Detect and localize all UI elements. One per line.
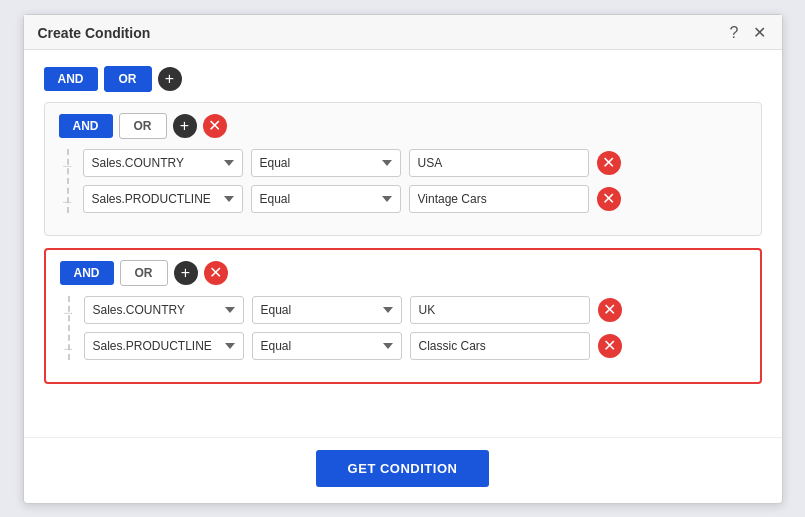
- group2-block: AND OR + ✕ Sales.COUNTRY Equal ✕: [44, 248, 762, 384]
- group1-row1-remove-button[interactable]: ✕: [597, 151, 621, 175]
- group2-row2-field-select[interactable]: Sales.PRODUCTLINE: [84, 332, 244, 360]
- group1-or-button[interactable]: OR: [119, 113, 167, 139]
- group2-remove-button[interactable]: ✕: [204, 261, 228, 285]
- group1-row1-value-input[interactable]: [409, 149, 589, 177]
- group1-row2-field-select[interactable]: Sales.PRODUCTLINE: [83, 185, 243, 213]
- group1-block: AND OR + ✕ Sales.COUNTRY Equal ✕: [44, 102, 762, 236]
- dialog-footer: GET CONDITION: [24, 437, 782, 503]
- group2-row1-op-select[interactable]: Equal: [252, 296, 402, 324]
- group2-and-button[interactable]: AND: [60, 261, 114, 285]
- help-button[interactable]: ?: [728, 25, 741, 41]
- group2-content: Sales.COUNTRY Equal ✕ Sales.PRODUCTLINE …: [60, 296, 746, 360]
- group1-row1-field-select[interactable]: Sales.COUNTRY: [83, 149, 243, 177]
- group2-row2-op-select[interactable]: Equal: [252, 332, 402, 360]
- group2-row2: Sales.PRODUCTLINE Equal ✕: [64, 332, 746, 360]
- group1-row1-op-select[interactable]: Equal: [251, 149, 401, 177]
- group1-row2-op-select[interactable]: Equal: [251, 185, 401, 213]
- group1-remove-button[interactable]: ✕: [203, 114, 227, 138]
- group2-row2-remove-button[interactable]: ✕: [598, 334, 622, 358]
- group2-row1-field-select[interactable]: Sales.COUNTRY: [84, 296, 244, 324]
- group2-row2-value-input[interactable]: [410, 332, 590, 360]
- dialog-header: Create Condition ? ✕: [24, 15, 782, 50]
- header-icons: ? ✕: [728, 25, 768, 41]
- group1-content: Sales.COUNTRY Equal ✕ Sales.PRODUCTLINE …: [59, 149, 747, 213]
- group1-row2-value-input[interactable]: [409, 185, 589, 213]
- group1-row2-remove-button[interactable]: ✕: [597, 187, 621, 211]
- group2-or-button[interactable]: OR: [120, 260, 168, 286]
- group1-row2: Sales.PRODUCTLINE Equal ✕: [63, 185, 747, 213]
- group2-row1: Sales.COUNTRY Equal ✕: [64, 296, 746, 324]
- top-and-button[interactable]: AND: [44, 67, 98, 91]
- group2-row1-remove-button[interactable]: ✕: [598, 298, 622, 322]
- dialog-body: AND OR + AND OR + ✕ Sales.COUNTRY E: [24, 50, 782, 437]
- top-add-button[interactable]: +: [158, 67, 182, 91]
- dialog-title: Create Condition: [38, 25, 151, 41]
- top-or-button[interactable]: OR: [104, 66, 152, 92]
- group1-logic-row: AND OR + ✕: [59, 113, 747, 139]
- top-logic-row: AND OR +: [44, 66, 762, 92]
- group2-add-button[interactable]: +: [174, 261, 198, 285]
- get-condition-button[interactable]: GET CONDITION: [316, 450, 490, 487]
- group2-row1-value-input[interactable]: [410, 296, 590, 324]
- group1-row1: Sales.COUNTRY Equal ✕: [63, 149, 747, 177]
- close-button[interactable]: ✕: [751, 25, 768, 41]
- group1-add-button[interactable]: +: [173, 114, 197, 138]
- create-condition-dialog: Create Condition ? ✕ AND OR + AND OR + ✕: [23, 14, 783, 504]
- group1-and-button[interactable]: AND: [59, 114, 113, 138]
- group2-logic-row: AND OR + ✕: [60, 260, 746, 286]
